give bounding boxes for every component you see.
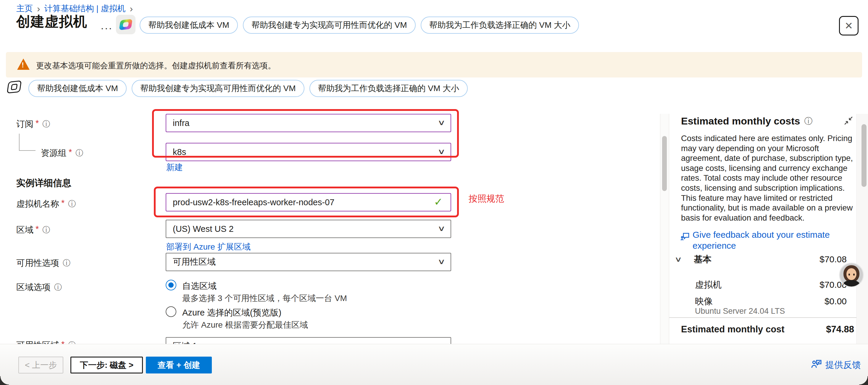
warning-message: 更改基本选项可能会重置所做的选择。创建虚拟机前查看所有选项。 <box>36 60 276 71</box>
self-select-zones-radio[interactable] <box>166 280 176 290</box>
required-marker: * <box>35 118 39 128</box>
resource-group-value: k8s <box>173 147 186 157</box>
cost-image-subtext: Ubuntu Server 24.04 LTS <box>695 307 785 316</box>
create-new-link[interactable]: 新建 <box>166 162 183 173</box>
avatar-face <box>846 268 857 280</box>
window-corner <box>859 376 868 385</box>
chevron-down-icon: ∨ <box>437 224 445 233</box>
chevron-down-icon: ∨ <box>437 147 445 156</box>
self-select-zones-label: 自选区域 <box>182 280 217 292</box>
cost-total-row: Estimated monthly cost $74.88 <box>669 323 857 336</box>
required-marker: * <box>69 147 72 157</box>
copilot-prompt-row-header: 帮助我创建低成本 VM 帮助我创建专为实现高可用性而优化的 VM 帮助我为工作负… <box>140 17 579 34</box>
breadcrumb-separator-icon: › <box>130 4 133 13</box>
copilot-outline-icon <box>8 81 21 93</box>
annotation-note: 按照规范 <box>469 193 504 205</box>
cost-item-row: 映像 $0.00 <box>669 295 857 307</box>
subscription-dropdown[interactable]: infra ∨ <box>166 114 451 132</box>
more-menu-button[interactable]: ··· <box>101 24 113 33</box>
feedback-person-icon <box>811 358 823 372</box>
page-scrollbar-thumb[interactable] <box>862 124 867 187</box>
info-icon[interactable]: ⓘ <box>54 282 62 292</box>
cost-total-value: $74.88 <box>826 324 854 335</box>
validation-check-icon: ✓ <box>434 196 443 208</box>
warning-banner: 更改基本选项可能会重置所做的选择。创建虚拟机前查看所有选项。 <box>6 52 862 77</box>
tree-connector <box>19 134 20 151</box>
cost-item-row: 虚拟机 $70.08 <box>669 279 857 291</box>
instance-details-heading: 实例详细信息 <box>16 177 71 189</box>
cost-image-value: $0.00 <box>825 296 847 306</box>
give-feedback-link[interactable]: 提供反馈 <box>826 359 861 371</box>
subscription-label: 订阅 * ⓘ <box>16 118 50 130</box>
next-step-disks-button[interactable]: 下一步: 磁盘 > <box>70 357 143 374</box>
region-label: 区域 * ⓘ <box>16 224 50 236</box>
info-icon[interactable]: ⓘ <box>75 148 83 158</box>
vm-name-input[interactable] <box>173 197 432 207</box>
azure-selected-zones-desc: 允许 Azure 根据需要分配最佳区域 <box>182 319 308 330</box>
wizard-footer: < 上一步 下一步: 磁盘 > 查看 + 创建 提供反馈 <box>0 344 868 385</box>
region-value: (US) West US 2 <box>173 224 234 234</box>
availability-options-dropdown[interactable]: 可用性区域 ∨ <box>166 253 451 271</box>
chevron-down-icon[interactable]: ∨ <box>675 255 682 263</box>
subscription-value: infra <box>173 118 189 128</box>
copilot-button[interactable] <box>116 15 135 34</box>
azure-selected-zones-radio[interactable] <box>166 306 176 317</box>
region-dropdown[interactable]: (US) West US 2 ∨ <box>166 220 451 238</box>
cost-group-row[interactable]: ∨ 基本 $70.08 <box>669 253 857 266</box>
divider <box>669 317 857 318</box>
required-marker: * <box>61 198 64 208</box>
zone-options-label: 区域选项 ⓘ <box>16 282 62 293</box>
info-icon[interactable]: ⓘ <box>63 258 70 268</box>
self-select-zones-desc: 最多选择 3 个可用性区域，每个区域一台 VM <box>182 293 347 304</box>
info-icon[interactable]: ⓘ <box>42 119 50 129</box>
copilot-prompt-vm-size[interactable]: 帮助我为工作负载选择正确的 VM 大小 <box>421 17 579 34</box>
user-avatar[interactable] <box>839 263 864 287</box>
vm-name-field: ✓ <box>166 193 451 212</box>
chevron-down-icon: ∨ <box>437 257 445 266</box>
cost-vm-label: 虚拟机 <box>695 279 721 291</box>
resource-group-label: 资源组 * ⓘ <box>41 147 83 159</box>
vm-name-label: 虚拟机名称 * ⓘ <box>16 198 76 210</box>
info-icon[interactable]: ⓘ <box>42 225 50 235</box>
close-button[interactable]: ✕ <box>839 16 859 35</box>
cost-group-label: 基本 <box>694 253 712 265</box>
copilot-prompt-row-body: 帮助我创建低成本 VM 帮助我创建专为实现高可用性而优化的 VM 帮助我为工作负… <box>28 80 468 97</box>
resource-group-dropdown[interactable]: k8s ∨ <box>166 143 451 161</box>
cost-disclaimer-text: Costs indicated here are estimates only.… <box>681 133 855 223</box>
extended-zone-link[interactable]: 部署到 Azure 扩展区域 <box>166 241 251 253</box>
copilot-prompt-high-availability[interactable]: 帮助我创建专为实现高可用性而优化的 VM <box>132 80 304 97</box>
cost-group-value: $70.08 <box>819 254 847 264</box>
chevron-down-icon: ∨ <box>437 118 445 127</box>
warning-icon <box>17 59 30 70</box>
page-title: 创建虚拟机 <box>16 12 87 31</box>
feedback-bubble-icon <box>680 231 690 243</box>
estimate-feedback-link[interactable]: Give feedback about your estimate experi… <box>692 229 835 251</box>
azure-selected-zones-label: Azure 选择的区域(预览版) <box>182 307 281 319</box>
breadcrumb-separator-icon: › <box>37 4 40 13</box>
copilot-prompt-high-availability[interactable]: 帮助我创建专为实现高可用性而优化的 VM <box>243 17 416 34</box>
copilot-prompt-low-cost[interactable]: 帮助我创建低成本 VM <box>28 80 127 97</box>
info-icon[interactable]: ⓘ <box>68 199 76 209</box>
availability-options-value: 可用性区域 <box>173 256 216 268</box>
tree-connector <box>19 150 35 151</box>
cost-estimate-panel: Estimated monthly costs ⓘ Costs indicate… <box>669 114 857 344</box>
collapse-panel-icon[interactable] <box>843 116 854 127</box>
copilot-icon <box>119 19 132 30</box>
copilot-prompt-vm-size[interactable]: 帮助我为工作负载选择正确的 VM 大小 <box>309 80 468 97</box>
cost-panel-title: Estimated monthly costs ⓘ <box>681 115 812 127</box>
cost-total-label: Estimated monthly cost <box>681 324 784 335</box>
form-scrollbar-thumb[interactable] <box>662 136 667 191</box>
copilot-prompt-low-cost[interactable]: 帮助我创建低成本 VM <box>140 17 238 34</box>
close-icon: ✕ <box>845 20 853 32</box>
info-icon[interactable]: ⓘ <box>804 116 812 127</box>
cost-image-label: 映像 <box>695 295 713 308</box>
availability-options-label: 可用性选项 ⓘ <box>16 257 70 269</box>
window-corner <box>0 376 9 385</box>
previous-step-button[interactable]: < 上一步 <box>18 357 63 374</box>
required-marker: * <box>35 224 39 234</box>
review-create-button[interactable]: 查看 + 创建 <box>146 357 212 374</box>
